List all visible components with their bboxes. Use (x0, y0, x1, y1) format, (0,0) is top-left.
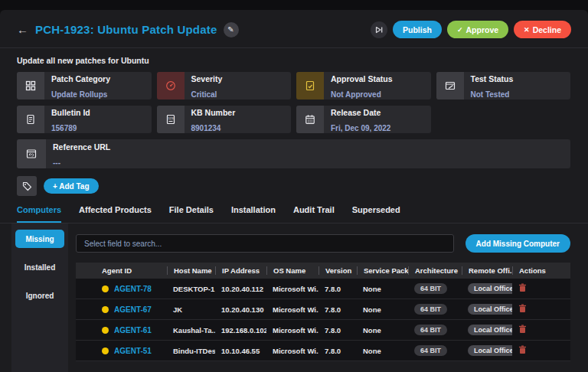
computers-table: Agent ID Host Name IP Address OS Name Ve… (76, 263, 570, 361)
approve-button[interactable]: ✓ Approve (447, 21, 508, 38)
bulletin-document-icon (17, 106, 44, 133)
architecture-badge: 64 BIT (414, 304, 447, 315)
kb-number-card: 123 KB Number8901234 (157, 106, 292, 133)
card-value: 156789 (51, 124, 77, 132)
version: 7.8.0 (318, 326, 357, 334)
info-card-row-2: Bulletin Id156789 123 KB Number8901234 R… (17, 106, 570, 133)
tab-audit-trail[interactable]: Audit Trail (293, 205, 335, 223)
delete-row-button[interactable] (518, 283, 527, 292)
service-pack: None (357, 347, 408, 355)
agent-link[interactable]: AGENT-78 (114, 285, 152, 293)
card-title: Patch Category (51, 74, 110, 83)
grid-icon (17, 72, 44, 100)
check-icon: ✓ (457, 26, 463, 34)
computers-main: Add Missing Computer Agent ID Host Name … (68, 224, 588, 372)
header-actions: Publish ✓ Approve ✕ Decline (371, 21, 571, 38)
remote-office-badge: Local Office (468, 304, 512, 315)
ip-address: 10.10.46.55 (215, 347, 266, 355)
table-toolbar: Add Missing Computer (76, 234, 570, 253)
reference-url-card: Reference URL--- (17, 139, 570, 168)
add-missing-computer-button[interactable]: Add Missing Computer (466, 234, 570, 253)
page-title: PCH-1923: Ubuntu Patch Update (35, 23, 217, 36)
host-name: Kaushal-Ta... (167, 326, 215, 334)
test-status-icon (436, 72, 464, 100)
col-remote-office: Remote Offi... (462, 266, 512, 275)
tab-file-details[interactable]: File Details (169, 205, 214, 223)
card-value: Fri, Dec 09, 2022 (331, 124, 390, 132)
back-arrow-icon[interactable]: ← (17, 23, 28, 36)
tag-row: + Add Tag (17, 175, 570, 196)
card-title: Approval Status (331, 74, 393, 83)
bulletin-id-card: Bulletin Id156789 (17, 106, 152, 133)
agent-link[interactable]: AGENT-51 (114, 347, 152, 355)
patch-category-card: Patch CategoryUpdate Rollups (17, 72, 152, 100)
svg-text:123: 123 (168, 116, 174, 120)
severity-gauge-icon (157, 72, 185, 100)
os-name: Microsoft Wi... (266, 326, 318, 334)
host-name: Bindu-ITDesk (167, 347, 215, 355)
computers-content: Missing Installed Ignored Add Missing Co… (0, 224, 588, 372)
remote-office-badge: Local Office (468, 283, 512, 294)
architecture-badge: 64 BIT (414, 325, 447, 335)
tab-superseded[interactable]: Superseded (352, 205, 400, 223)
tab-affected-products[interactable]: Affected Products (79, 205, 152, 223)
host-name: DESKTOP-1 (167, 285, 215, 293)
card-title: Bulletin Id (51, 108, 90, 117)
header-bar: ← PCH-1923: Ubuntu Patch Update ✎ Publis… (0, 10, 588, 48)
status-dot-icon (102, 327, 109, 334)
card-value: --- (53, 158, 60, 167)
edit-title-button[interactable]: ✎ (224, 22, 239, 38)
ip-address: 192.168.0.102 (215, 326, 266, 334)
version: 7.8.0 (318, 305, 357, 314)
status-dot-icon (102, 286, 109, 292)
patch-detail-panel: ← PCH-1923: Ubuntu Patch Update ✎ Publis… (0, 10, 588, 372)
col-agent-id: Agent ID (96, 266, 167, 275)
table-header-row: Agent ID Host Name IP Address OS Name Ve… (76, 263, 570, 279)
table-row: AGENT-67 JK 10.20.40.130 Microsoft Wi...… (76, 299, 570, 320)
card-value: Not Tested (471, 90, 510, 99)
card-title: Reference URL (53, 142, 110, 152)
sidebar-item-ignored[interactable]: Ignored (15, 286, 64, 305)
delete-row-button[interactable] (518, 325, 527, 334)
col-actions: Actions (512, 266, 570, 275)
approval-status-card: Approval StatusNot Approved (296, 72, 431, 100)
remote-office-badge: Local Office (468, 345, 512, 356)
release-date-card: Release DateFri, Dec 09, 2022 (296, 106, 431, 133)
col-architecture: Architecture (408, 266, 462, 275)
tab-installation[interactable]: Installation (231, 205, 276, 223)
publish-button[interactable]: Publish (393, 21, 442, 38)
card-value: Critical (191, 90, 217, 99)
architecture-badge: 64 BIT (414, 283, 447, 294)
tag-icon (17, 176, 37, 196)
card-title: Severity (191, 74, 223, 83)
col-service-pack: Service Pack (357, 266, 408, 275)
test-status-card: Test StatusNot Tested (436, 72, 571, 100)
sidebar-item-missing[interactable]: Missing (15, 230, 64, 248)
card-value: Not Approved (331, 90, 381, 99)
status-dot-icon (102, 348, 109, 354)
delete-row-button[interactable] (518, 304, 527, 313)
tab-computers[interactable]: Computers (17, 205, 61, 223)
service-pack: None (357, 305, 408, 314)
calendar-icon (296, 106, 324, 133)
delete-row-button[interactable] (518, 345, 527, 354)
sidebar-item-installed[interactable]: Installed (15, 258, 64, 276)
table-row: AGENT-61 Kaushal-Ta... 192.168.0.102 Mic… (76, 320, 570, 341)
approve-label: Approve (466, 25, 499, 34)
card-value: Update Rollups (51, 90, 107, 99)
search-input[interactable] (76, 234, 454, 253)
status-sidebar: Missing Installed Ignored (11, 224, 68, 372)
table-row: AGENT-51 Bindu-ITDesk 10.10.46.55 Micros… (76, 341, 570, 361)
decline-button[interactable]: ✕ Decline (514, 21, 571, 38)
card-title: KB Number (191, 108, 236, 117)
col-os-name: OS Name (266, 266, 318, 275)
add-tag-button[interactable]: + Add Tag (44, 178, 99, 194)
agent-link[interactable]: AGENT-67 (114, 305, 152, 314)
agent-link[interactable]: AGENT-61 (114, 326, 152, 334)
skip-next-button[interactable] (371, 21, 387, 38)
os-name: Microsoft Wi... (266, 285, 318, 293)
reference-link-icon (17, 139, 46, 168)
service-pack: None (357, 285, 408, 293)
version: 7.8.0 (318, 285, 357, 293)
ip-address: 10.20.40.130 (215, 305, 266, 314)
